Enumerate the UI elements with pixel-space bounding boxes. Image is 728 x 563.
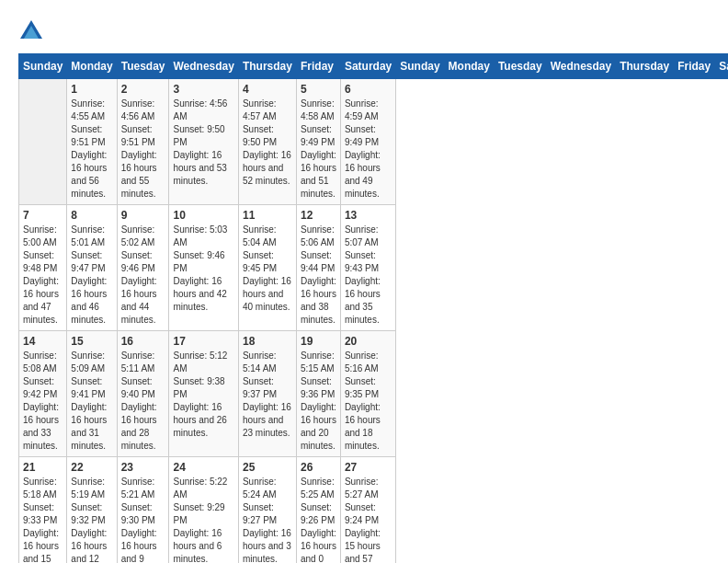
day-info: Sunrise: 5:14 AMSunset: 9:37 PMDaylight:… xyxy=(243,350,292,440)
day-number: 27 xyxy=(345,461,392,474)
day-number: 13 xyxy=(345,209,392,222)
calendar-cell: 16Sunrise: 5:11 AMSunset: 9:40 PMDayligh… xyxy=(117,331,169,457)
calendar-cell: 22Sunrise: 5:19 AMSunset: 9:32 PMDayligh… xyxy=(67,457,117,564)
calendar-week-row: 14Sunrise: 5:08 AMSunset: 9:42 PMDayligh… xyxy=(19,331,729,457)
day-info: Sunrise: 4:56 AMSunset: 9:50 PMDaylight:… xyxy=(173,98,233,188)
day-of-week-header: Monday xyxy=(67,54,117,79)
calendar-cell: 9Sunrise: 5:02 AMSunset: 9:46 PMDaylight… xyxy=(117,205,169,331)
calendar-cell: 8Sunrise: 5:01 AMSunset: 9:47 PMDaylight… xyxy=(67,205,117,331)
day-number: 5 xyxy=(301,83,336,96)
calendar-cell: 25Sunrise: 5:24 AMSunset: 9:27 PMDayligh… xyxy=(238,457,296,564)
day-of-week-header: Saturday xyxy=(340,54,395,79)
day-of-week-header: Thursday xyxy=(238,54,296,79)
logo-icon xyxy=(18,18,44,44)
calendar-cell: 13Sunrise: 5:07 AMSunset: 9:43 PMDayligh… xyxy=(340,205,395,331)
calendar-cell: 27Sunrise: 5:27 AMSunset: 9:24 PMDayligh… xyxy=(340,457,395,564)
calendar-cell: 6Sunrise: 4:59 AMSunset: 9:49 PMDaylight… xyxy=(340,79,395,205)
day-number: 2 xyxy=(121,83,165,96)
day-info: Sunrise: 5:15 AMSunset: 9:36 PMDaylight:… xyxy=(301,350,336,453)
day-of-week-header: Monday xyxy=(444,54,494,79)
day-of-week-header: Tuesday xyxy=(494,54,546,79)
day-info: Sunrise: 5:12 AMSunset: 9:38 PMDaylight:… xyxy=(173,350,233,440)
calendar-header-row: SundayMondayTuesdayWednesdayThursdayFrid… xyxy=(19,54,729,79)
day-info: Sunrise: 4:55 AMSunset: 9:51 PMDaylight:… xyxy=(71,98,112,201)
day-of-week-header: Friday xyxy=(296,54,340,79)
day-info: Sunrise: 5:25 AMSunset: 9:26 PMDaylight:… xyxy=(301,476,336,563)
day-of-week-header: Wednesday xyxy=(169,54,238,79)
calendar-cell: 26Sunrise: 5:25 AMSunset: 9:26 PMDayligh… xyxy=(296,457,340,564)
day-number: 10 xyxy=(173,209,233,222)
calendar-cell xyxy=(19,79,67,205)
day-number: 1 xyxy=(71,83,112,96)
day-number: 6 xyxy=(345,83,392,96)
day-of-week-header: Sunday xyxy=(396,54,444,79)
day-of-week-header: Saturday xyxy=(715,54,728,79)
day-number: 21 xyxy=(23,461,63,474)
calendar-cell: 15Sunrise: 5:09 AMSunset: 9:41 PMDayligh… xyxy=(67,331,117,457)
logo xyxy=(18,18,48,44)
day-info: Sunrise: 5:19 AMSunset: 9:32 PMDaylight:… xyxy=(71,476,112,563)
day-number: 3 xyxy=(173,83,233,96)
day-of-week-header: Thursday xyxy=(616,54,674,79)
calendar-cell: 4Sunrise: 4:57 AMSunset: 9:50 PMDaylight… xyxy=(238,79,296,205)
calendar-cell: 1Sunrise: 4:55 AMSunset: 9:51 PMDaylight… xyxy=(67,79,117,205)
calendar-week-row: 21Sunrise: 5:18 AMSunset: 9:33 PMDayligh… xyxy=(19,457,729,564)
day-number: 22 xyxy=(71,461,112,474)
day-number: 11 xyxy=(243,209,292,222)
day-number: 4 xyxy=(243,83,292,96)
day-number: 9 xyxy=(121,209,165,222)
day-info: Sunrise: 5:21 AMSunset: 9:30 PMDaylight:… xyxy=(121,476,165,563)
calendar-table: SundayMondayTuesdayWednesdayThursdayFrid… xyxy=(18,53,728,563)
calendar-cell: 19Sunrise: 5:15 AMSunset: 9:36 PMDayligh… xyxy=(296,331,340,457)
day-info: Sunrise: 5:09 AMSunset: 9:41 PMDaylight:… xyxy=(71,350,112,453)
day-info: Sunrise: 5:08 AMSunset: 9:42 PMDaylight:… xyxy=(23,350,63,453)
day-number: 15 xyxy=(71,335,112,348)
day-info: Sunrise: 4:58 AMSunset: 9:49 PMDaylight:… xyxy=(301,98,336,201)
day-of-week-header: Sunday xyxy=(19,54,67,79)
day-of-week-header: Friday xyxy=(674,54,715,79)
day-info: Sunrise: 5:01 AMSunset: 9:47 PMDaylight:… xyxy=(71,224,112,327)
day-info: Sunrise: 5:07 AMSunset: 9:43 PMDaylight:… xyxy=(345,224,392,327)
day-info: Sunrise: 5:03 AMSunset: 9:46 PMDaylight:… xyxy=(173,224,233,314)
calendar-cell: 7Sunrise: 5:00 AMSunset: 9:48 PMDaylight… xyxy=(19,205,67,331)
calendar-cell: 10Sunrise: 5:03 AMSunset: 9:46 PMDayligh… xyxy=(169,205,238,331)
calendar-cell: 5Sunrise: 4:58 AMSunset: 9:49 PMDaylight… xyxy=(296,79,340,205)
calendar-cell: 21Sunrise: 5:18 AMSunset: 9:33 PMDayligh… xyxy=(19,457,67,564)
calendar-cell: 14Sunrise: 5:08 AMSunset: 9:42 PMDayligh… xyxy=(19,331,67,457)
calendar-cell: 11Sunrise: 5:04 AMSunset: 9:45 PMDayligh… xyxy=(238,205,296,331)
calendar-cell: 17Sunrise: 5:12 AMSunset: 9:38 PMDayligh… xyxy=(169,331,238,457)
calendar-cell: 24Sunrise: 5:22 AMSunset: 9:29 PMDayligh… xyxy=(169,457,238,564)
day-info: Sunrise: 5:11 AMSunset: 9:40 PMDaylight:… xyxy=(121,350,165,453)
day-number: 25 xyxy=(243,461,292,474)
calendar-cell: 3Sunrise: 4:56 AMSunset: 9:50 PMDaylight… xyxy=(169,79,238,205)
day-info: Sunrise: 5:24 AMSunset: 9:27 PMDaylight:… xyxy=(243,476,292,563)
day-info: Sunrise: 4:57 AMSunset: 9:50 PMDaylight:… xyxy=(243,98,292,188)
day-number: 7 xyxy=(23,209,63,222)
calendar-cell: 18Sunrise: 5:14 AMSunset: 9:37 PMDayligh… xyxy=(238,331,296,457)
day-info: Sunrise: 5:16 AMSunset: 9:35 PMDaylight:… xyxy=(345,350,392,453)
calendar-cell: 12Sunrise: 5:06 AMSunset: 9:44 PMDayligh… xyxy=(296,205,340,331)
day-info: Sunrise: 5:27 AMSunset: 9:24 PMDaylight:… xyxy=(345,476,392,563)
day-of-week-header: Wednesday xyxy=(546,54,615,79)
day-number: 17 xyxy=(173,335,233,348)
calendar-cell: 23Sunrise: 5:21 AMSunset: 9:30 PMDayligh… xyxy=(117,457,169,564)
day-info: Sunrise: 5:04 AMSunset: 9:45 PMDaylight:… xyxy=(243,224,292,314)
day-number: 19 xyxy=(301,335,336,348)
day-info: Sunrise: 5:22 AMSunset: 9:29 PMDaylight:… xyxy=(173,476,233,563)
day-info: Sunrise: 5:18 AMSunset: 9:33 PMDaylight:… xyxy=(23,476,63,563)
day-number: 20 xyxy=(345,335,392,348)
calendar-week-row: 1Sunrise: 4:55 AMSunset: 9:51 PMDaylight… xyxy=(19,79,729,205)
calendar-week-row: 7Sunrise: 5:00 AMSunset: 9:48 PMDaylight… xyxy=(19,205,729,331)
day-number: 8 xyxy=(71,209,112,222)
day-number: 26 xyxy=(301,461,336,474)
day-number: 14 xyxy=(23,335,63,348)
day-info: Sunrise: 4:59 AMSunset: 9:49 PMDaylight:… xyxy=(345,98,392,201)
day-info: Sunrise: 5:00 AMSunset: 9:48 PMDaylight:… xyxy=(23,224,63,327)
page-header xyxy=(18,18,710,44)
day-number: 12 xyxy=(301,209,336,222)
day-number: 16 xyxy=(121,335,165,348)
day-of-week-header: Tuesday xyxy=(117,54,169,79)
day-info: Sunrise: 5:02 AMSunset: 9:46 PMDaylight:… xyxy=(121,224,165,327)
day-number: 18 xyxy=(243,335,292,348)
calendar-cell: 2Sunrise: 4:56 AMSunset: 9:51 PMDaylight… xyxy=(117,79,169,205)
